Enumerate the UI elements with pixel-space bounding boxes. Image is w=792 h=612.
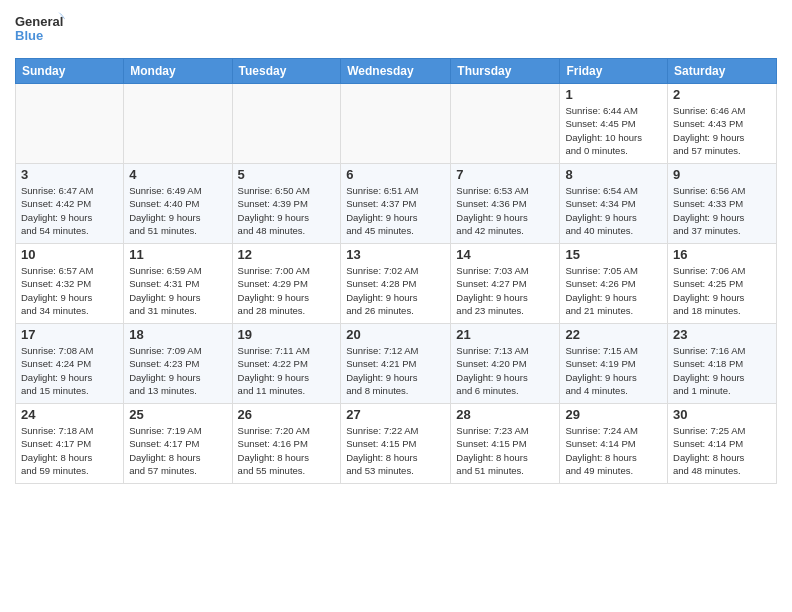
calendar-cell: 24Sunrise: 7:18 AMSunset: 4:17 PMDayligh…: [16, 404, 124, 484]
day-number: 15: [565, 247, 662, 262]
logo: General Blue: [15, 10, 65, 50]
calendar-cell: 25Sunrise: 7:19 AMSunset: 4:17 PMDayligh…: [124, 404, 232, 484]
day-info: Sunrise: 7:19 AMSunset: 4:17 PMDaylight:…: [129, 424, 226, 477]
svg-text:Blue: Blue: [15, 28, 43, 43]
day-info: Sunrise: 6:59 AMSunset: 4:31 PMDaylight:…: [129, 264, 226, 317]
day-info: Sunrise: 7:25 AMSunset: 4:14 PMDaylight:…: [673, 424, 771, 477]
day-number: 19: [238, 327, 336, 342]
day-number: 9: [673, 167, 771, 182]
day-number: 12: [238, 247, 336, 262]
day-number: 11: [129, 247, 226, 262]
day-number: 27: [346, 407, 445, 422]
calendar-cell: [451, 84, 560, 164]
day-info: Sunrise: 7:08 AMSunset: 4:24 PMDaylight:…: [21, 344, 118, 397]
calendar-cell: 27Sunrise: 7:22 AMSunset: 4:15 PMDayligh…: [341, 404, 451, 484]
day-info: Sunrise: 7:22 AMSunset: 4:15 PMDaylight:…: [346, 424, 445, 477]
weekday-header-thursday: Thursday: [451, 59, 560, 84]
calendar-cell: 3Sunrise: 6:47 AMSunset: 4:42 PMDaylight…: [16, 164, 124, 244]
day-info: Sunrise: 6:49 AMSunset: 4:40 PMDaylight:…: [129, 184, 226, 237]
calendar-cell: 28Sunrise: 7:23 AMSunset: 4:15 PMDayligh…: [451, 404, 560, 484]
calendar: SundayMondayTuesdayWednesdayThursdayFrid…: [15, 58, 777, 484]
calendar-cell: [232, 84, 341, 164]
day-info: Sunrise: 7:06 AMSunset: 4:25 PMDaylight:…: [673, 264, 771, 317]
day-number: 20: [346, 327, 445, 342]
day-info: Sunrise: 6:53 AMSunset: 4:36 PMDaylight:…: [456, 184, 554, 237]
day-number: 5: [238, 167, 336, 182]
calendar-cell: 10Sunrise: 6:57 AMSunset: 4:32 PMDayligh…: [16, 244, 124, 324]
calendar-cell: 9Sunrise: 6:56 AMSunset: 4:33 PMDaylight…: [668, 164, 777, 244]
day-info: Sunrise: 6:56 AMSunset: 4:33 PMDaylight:…: [673, 184, 771, 237]
calendar-cell: 23Sunrise: 7:16 AMSunset: 4:18 PMDayligh…: [668, 324, 777, 404]
day-info: Sunrise: 7:03 AMSunset: 4:27 PMDaylight:…: [456, 264, 554, 317]
calendar-cell: 14Sunrise: 7:03 AMSunset: 4:27 PMDayligh…: [451, 244, 560, 324]
day-info: Sunrise: 7:09 AMSunset: 4:23 PMDaylight:…: [129, 344, 226, 397]
header: General Blue: [15, 10, 777, 50]
day-number: 10: [21, 247, 118, 262]
calendar-cell: 7Sunrise: 6:53 AMSunset: 4:36 PMDaylight…: [451, 164, 560, 244]
day-number: 7: [456, 167, 554, 182]
day-info: Sunrise: 6:54 AMSunset: 4:34 PMDaylight:…: [565, 184, 662, 237]
day-number: 1: [565, 87, 662, 102]
day-info: Sunrise: 7:23 AMSunset: 4:15 PMDaylight:…: [456, 424, 554, 477]
calendar-cell: 30Sunrise: 7:25 AMSunset: 4:14 PMDayligh…: [668, 404, 777, 484]
calendar-cell: 8Sunrise: 6:54 AMSunset: 4:34 PMDaylight…: [560, 164, 668, 244]
calendar-cell: 20Sunrise: 7:12 AMSunset: 4:21 PMDayligh…: [341, 324, 451, 404]
calendar-cell: 12Sunrise: 7:00 AMSunset: 4:29 PMDayligh…: [232, 244, 341, 324]
day-info: Sunrise: 7:20 AMSunset: 4:16 PMDaylight:…: [238, 424, 336, 477]
week-row-2: 3Sunrise: 6:47 AMSunset: 4:42 PMDaylight…: [16, 164, 777, 244]
weekday-header-sunday: Sunday: [16, 59, 124, 84]
day-number: 24: [21, 407, 118, 422]
calendar-cell: 26Sunrise: 7:20 AMSunset: 4:16 PMDayligh…: [232, 404, 341, 484]
day-number: 16: [673, 247, 771, 262]
day-info: Sunrise: 6:44 AMSunset: 4:45 PMDaylight:…: [565, 104, 662, 157]
week-row-3: 10Sunrise: 6:57 AMSunset: 4:32 PMDayligh…: [16, 244, 777, 324]
calendar-cell: 15Sunrise: 7:05 AMSunset: 4:26 PMDayligh…: [560, 244, 668, 324]
page-container: General Blue SundayMondayTuesdayWednesda…: [0, 0, 792, 612]
calendar-cell: 19Sunrise: 7:11 AMSunset: 4:22 PMDayligh…: [232, 324, 341, 404]
day-info: Sunrise: 7:15 AMSunset: 4:19 PMDaylight:…: [565, 344, 662, 397]
day-info: Sunrise: 7:11 AMSunset: 4:22 PMDaylight:…: [238, 344, 336, 397]
day-number: 18: [129, 327, 226, 342]
day-info: Sunrise: 7:13 AMSunset: 4:20 PMDaylight:…: [456, 344, 554, 397]
calendar-cell: 6Sunrise: 6:51 AMSunset: 4:37 PMDaylight…: [341, 164, 451, 244]
calendar-cell: 29Sunrise: 7:24 AMSunset: 4:14 PMDayligh…: [560, 404, 668, 484]
calendar-cell: 22Sunrise: 7:15 AMSunset: 4:19 PMDayligh…: [560, 324, 668, 404]
calendar-cell: 16Sunrise: 7:06 AMSunset: 4:25 PMDayligh…: [668, 244, 777, 324]
weekday-header-row: SundayMondayTuesdayWednesdayThursdayFrid…: [16, 59, 777, 84]
day-number: 23: [673, 327, 771, 342]
day-number: 28: [456, 407, 554, 422]
logo-svg: General Blue: [15, 10, 65, 50]
day-number: 17: [21, 327, 118, 342]
day-info: Sunrise: 6:47 AMSunset: 4:42 PMDaylight:…: [21, 184, 118, 237]
weekday-header-saturday: Saturday: [668, 59, 777, 84]
day-number: 29: [565, 407, 662, 422]
svg-text:General: General: [15, 14, 63, 29]
calendar-cell: [16, 84, 124, 164]
week-row-5: 24Sunrise: 7:18 AMSunset: 4:17 PMDayligh…: [16, 404, 777, 484]
day-number: 21: [456, 327, 554, 342]
day-info: Sunrise: 7:00 AMSunset: 4:29 PMDaylight:…: [238, 264, 336, 317]
day-number: 13: [346, 247, 445, 262]
calendar-cell: 4Sunrise: 6:49 AMSunset: 4:40 PMDaylight…: [124, 164, 232, 244]
day-info: Sunrise: 7:24 AMSunset: 4:14 PMDaylight:…: [565, 424, 662, 477]
day-info: Sunrise: 7:18 AMSunset: 4:17 PMDaylight:…: [21, 424, 118, 477]
day-info: Sunrise: 7:02 AMSunset: 4:28 PMDaylight:…: [346, 264, 445, 317]
day-number: 26: [238, 407, 336, 422]
weekday-header-tuesday: Tuesday: [232, 59, 341, 84]
calendar-cell: 21Sunrise: 7:13 AMSunset: 4:20 PMDayligh…: [451, 324, 560, 404]
day-info: Sunrise: 6:50 AMSunset: 4:39 PMDaylight:…: [238, 184, 336, 237]
weekday-header-wednesday: Wednesday: [341, 59, 451, 84]
day-number: 3: [21, 167, 118, 182]
day-number: 25: [129, 407, 226, 422]
day-info: Sunrise: 7:16 AMSunset: 4:18 PMDaylight:…: [673, 344, 771, 397]
weekday-header-monday: Monday: [124, 59, 232, 84]
day-number: 6: [346, 167, 445, 182]
day-info: Sunrise: 6:51 AMSunset: 4:37 PMDaylight:…: [346, 184, 445, 237]
calendar-cell: 1Sunrise: 6:44 AMSunset: 4:45 PMDaylight…: [560, 84, 668, 164]
calendar-cell: 2Sunrise: 6:46 AMSunset: 4:43 PMDaylight…: [668, 84, 777, 164]
calendar-cell: 18Sunrise: 7:09 AMSunset: 4:23 PMDayligh…: [124, 324, 232, 404]
day-info: Sunrise: 7:12 AMSunset: 4:21 PMDaylight:…: [346, 344, 445, 397]
day-number: 8: [565, 167, 662, 182]
day-info: Sunrise: 7:05 AMSunset: 4:26 PMDaylight:…: [565, 264, 662, 317]
day-number: 14: [456, 247, 554, 262]
